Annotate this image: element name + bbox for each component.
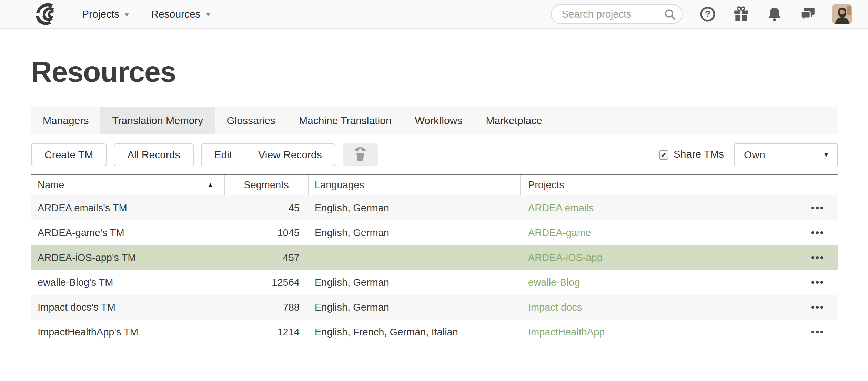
tm-languages: English, German bbox=[309, 227, 521, 239]
tab-translation-memory[interactable]: Translation Memory bbox=[100, 107, 215, 134]
tm-name: ARDEA-iOS-app's TM bbox=[31, 252, 225, 263]
search-box bbox=[551, 4, 683, 24]
user-avatar[interactable] bbox=[832, 4, 852, 24]
project-link[interactable]: ImpactHealthApp bbox=[528, 327, 605, 338]
project-link[interactable]: ARDEA emails bbox=[528, 202, 594, 214]
tm-segments: 45 bbox=[225, 202, 309, 214]
tab-marketplace[interactable]: Marketplace bbox=[474, 107, 554, 134]
tm-languages: English, German bbox=[309, 202, 521, 214]
tab-workflows[interactable]: Workflows bbox=[403, 107, 474, 134]
edit-button[interactable]: Edit bbox=[201, 143, 245, 166]
tm-projects-cell: ImpactHealthApp bbox=[521, 327, 838, 338]
row-actions-menu[interactable] bbox=[811, 203, 824, 213]
table-header: Name ▲ Segments Languages Projects bbox=[31, 174, 838, 195]
table-body: ARDEA emails's TM45English, GermanARDEA … bbox=[31, 195, 838, 344]
column-header-name[interactable]: Name ▲ bbox=[31, 175, 225, 195]
table-row[interactable]: ewalle-Blog's TM12564English, Germanewal… bbox=[31, 270, 838, 295]
tm-name: Impact docs's TM bbox=[31, 302, 225, 313]
nav-menu-resources[interactable]: Resources bbox=[151, 8, 211, 20]
view-records-button[interactable]: View Records bbox=[245, 143, 335, 166]
column-header-segments[interactable]: Segments bbox=[225, 175, 309, 195]
table-row[interactable]: ARDEA-game's TM1045English, GermanARDEA-… bbox=[31, 220, 838, 245]
trash-icon bbox=[353, 147, 367, 163]
table-row[interactable]: ARDEA-iOS-app's TM457ARDEA-iOS-app bbox=[31, 245, 838, 270]
toolbar: Create TM All Records Edit View Records … bbox=[31, 143, 838, 166]
row-actions-menu[interactable] bbox=[811, 228, 824, 238]
help-icon[interactable]: ? bbox=[699, 6, 716, 22]
tab-machine-translation[interactable]: Machine Translation bbox=[287, 107, 403, 134]
project-link[interactable]: ARDEA-game bbox=[528, 227, 591, 239]
project-link[interactable]: Impact docs bbox=[528, 302, 582, 313]
row-actions-menu[interactable] bbox=[811, 302, 824, 312]
tab-bar: ManagersTranslation MemoryGlossariesMach… bbox=[31, 107, 838, 134]
column-header-projects[interactable]: Projects bbox=[521, 175, 838, 195]
toolbar-right: ✔ Share TMs Own ▼ bbox=[659, 143, 838, 166]
tm-projects-cell: ARDEA-game bbox=[521, 227, 838, 239]
project-link[interactable]: ARDEA-iOS-app bbox=[528, 252, 603, 263]
project-link[interactable]: ewalle-Blog bbox=[528, 277, 580, 288]
delete-button[interactable] bbox=[343, 143, 378, 166]
tm-projects-cell: ARDEA-iOS-app bbox=[521, 252, 838, 263]
chevron-down-icon bbox=[124, 13, 130, 19]
tm-projects-cell: Impact docs bbox=[521, 302, 838, 313]
search-icon[interactable] bbox=[664, 8, 676, 22]
sort-asc-icon: ▲ bbox=[207, 181, 214, 189]
tm-scope-value: Own bbox=[744, 149, 765, 161]
tm-table: Name ▲ Segments Languages Projects ARDEA… bbox=[31, 174, 838, 344]
page-title: Resources bbox=[31, 57, 838, 86]
tm-languages: English, German bbox=[309, 277, 521, 288]
tm-projects-cell: ewalle-Blog bbox=[521, 277, 838, 288]
row-actions-menu[interactable] bbox=[811, 327, 824, 337]
table-row[interactable]: ImpactHealthApp's TM1214English, French,… bbox=[31, 320, 838, 344]
tm-languages: English, German bbox=[309, 302, 521, 313]
tm-segments: 457 bbox=[225, 252, 309, 263]
nav-menu-resources-label: Resources bbox=[151, 8, 200, 20]
tm-name: ARDEA emails's TM bbox=[31, 202, 225, 214]
table-row[interactable]: Impact docs's TM788English, GermanImpact… bbox=[31, 295, 838, 320]
nav-menu-projects[interactable]: Projects bbox=[82, 8, 130, 20]
tm-projects-cell: ARDEA emails bbox=[521, 202, 838, 214]
app-logo-icon[interactable] bbox=[32, 2, 63, 26]
navbar-right: ? bbox=[551, 4, 868, 24]
nav-menu-projects-label: Projects bbox=[82, 8, 119, 20]
search-input[interactable] bbox=[551, 4, 683, 24]
create-tm-button[interactable]: Create TM bbox=[31, 143, 107, 166]
check-icon: ✔ bbox=[661, 151, 667, 159]
tab-managers[interactable]: Managers bbox=[31, 107, 100, 134]
tm-segments: 12564 bbox=[225, 277, 309, 288]
svg-text:?: ? bbox=[705, 9, 711, 19]
main-content: Resources ManagersTranslation MemoryGlos… bbox=[0, 57, 868, 344]
tm-name: ImpactHealthApp's TM bbox=[31, 327, 225, 338]
share-tms-label[interactable]: Share TMs bbox=[674, 148, 724, 161]
share-tms-checkbox[interactable]: ✔ bbox=[659, 150, 668, 160]
gift-icon[interactable] bbox=[733, 6, 749, 22]
tm-segments: 1214 bbox=[225, 327, 309, 338]
tab-glossaries[interactable]: Glossaries bbox=[215, 107, 287, 134]
dropdown-arrow-icon: ▼ bbox=[823, 151, 829, 159]
column-header-languages[interactable]: Languages bbox=[309, 175, 521, 195]
messages-icon[interactable] bbox=[800, 6, 816, 22]
tm-name: ARDEA-game's TM bbox=[31, 227, 225, 239]
row-actions-menu[interactable] bbox=[811, 253, 824, 262]
records-button-group: Edit View Records bbox=[201, 143, 335, 166]
notifications-icon[interactable] bbox=[766, 6, 783, 22]
table-row[interactable]: ARDEA emails's TM45English, GermanARDEA … bbox=[31, 195, 838, 220]
all-records-button[interactable]: All Records bbox=[114, 143, 193, 166]
tm-scope-select[interactable]: Own ▼ bbox=[734, 143, 838, 166]
tm-name: ewalle-Blog's TM bbox=[31, 277, 225, 288]
navbar: Projects Resources ? bbox=[0, 0, 868, 29]
chevron-down-icon bbox=[205, 13, 211, 19]
tm-segments: 1045 bbox=[225, 227, 309, 239]
row-actions-menu[interactable] bbox=[811, 278, 824, 287]
tm-languages: English, French, German, Italian bbox=[309, 327, 521, 338]
tm-segments: 788 bbox=[225, 302, 309, 313]
